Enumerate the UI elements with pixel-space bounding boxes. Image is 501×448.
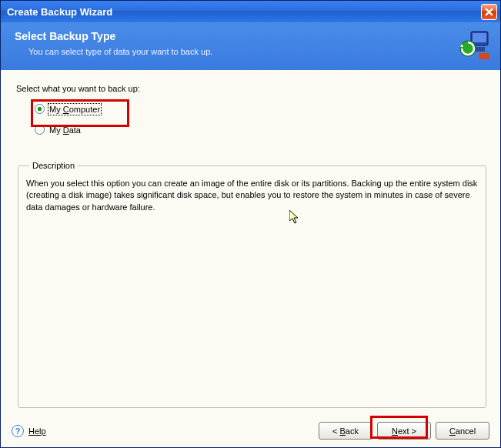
wizard-window: Create Backup Wizard Select Backup Type … xyxy=(0,0,501,448)
radio-my-computer[interactable]: My Computer xyxy=(35,104,488,114)
close-icon xyxy=(485,8,493,16)
description-legend: Description xyxy=(29,161,78,170)
svg-rect-3 xyxy=(473,33,486,42)
cancel-button[interactable]: Cancel xyxy=(436,422,489,440)
help-label: Help xyxy=(28,426,46,436)
radio-icon xyxy=(35,104,45,114)
svg-rect-7 xyxy=(479,53,489,59)
help-link[interactable]: ? Help xyxy=(12,425,46,437)
close-button[interactable] xyxy=(481,4,497,20)
next-button[interactable]: Next > xyxy=(377,422,431,440)
titlebar[interactable]: Create Backup Wizard xyxy=(1,1,500,22)
back-button[interactable]: < Back xyxy=(319,422,372,440)
radio-my-data-label: My Data xyxy=(49,125,81,135)
description-group: Description When you select this option … xyxy=(18,161,486,408)
wizard-header: Select Backup Type You can select type o… xyxy=(1,22,500,70)
radio-icon xyxy=(35,125,45,135)
description-text: When you select this option you can crea… xyxy=(26,178,478,213)
help-icon: ? xyxy=(12,425,24,437)
backup-wizard-icon xyxy=(457,27,493,64)
window-title: Create Backup Wizard xyxy=(7,6,481,18)
wizard-content: Select what you want to back up: My Comp… xyxy=(1,70,500,416)
radio-my-data[interactable]: My Data xyxy=(35,125,488,135)
prompt-label: Select what you want to back up: xyxy=(16,84,488,93)
backup-type-radio-group: My Computer My Data xyxy=(35,104,488,145)
radio-my-computer-label: My Computer xyxy=(49,105,100,114)
wizard-footer: ? Help < Back Next > Cancel xyxy=(1,416,500,447)
header-subtitle: You can select type of data your want to… xyxy=(28,47,489,56)
header-title: Select Backup Type xyxy=(15,30,489,42)
